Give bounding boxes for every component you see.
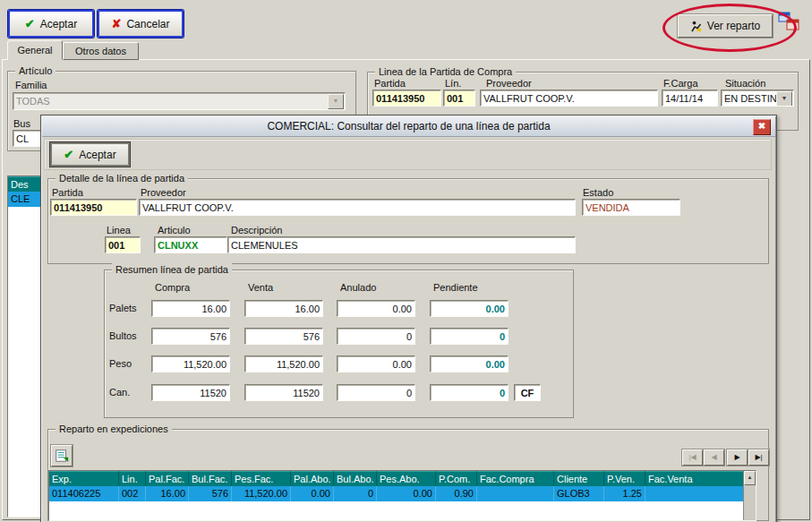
- cancelar-button[interactable]: ✘ Cancelar: [98, 10, 184, 38]
- articulo-legend: Artículo: [15, 64, 56, 77]
- grid-cell: 002: [119, 486, 146, 501]
- tab-general-label: General: [17, 45, 52, 56]
- value: 0: [500, 331, 505, 342]
- grid-cell: 11,520.00: [232, 486, 291, 501]
- resumen-field[interactable]: 0.00: [430, 355, 509, 372]
- detalle-partida-field[interactable]: 011413950: [50, 199, 137, 216]
- grid-header-cell: Fac.Venta: [645, 471, 744, 486]
- resumen-field[interactable]: 11,520.00: [244, 355, 323, 372]
- resumen-field[interactable]: 11520: [151, 384, 230, 401]
- proveedor-field[interactable]: VALLFRUT COOP.V.: [480, 90, 658, 107]
- scroll-up-icon[interactable]: ▲: [744, 471, 756, 485]
- col-header-anulado: Anulado: [340, 282, 376, 293]
- grid-header-cell: Pal.Abo.: [291, 471, 334, 486]
- partida-field[interactable]: 011413950: [372, 90, 441, 107]
- dialog-titlebar[interactable]: COMERCIAL: Consultar del reparto de una …: [42, 116, 775, 137]
- lin-label: Lín.: [445, 78, 461, 89]
- detalle-linea-label: Linea: [107, 225, 131, 235]
- grid-header-cell: Cliente: [554, 471, 604, 486]
- dialog-aceptar-button[interactable]: ✔ Aceptar: [50, 142, 130, 167]
- detalle-partida-label: Partida: [52, 187, 83, 198]
- grid-header-cell: Lin.: [119, 471, 146, 486]
- value: 0.00: [393, 359, 412, 370]
- detalle-articulo-value: CLNUXX: [158, 240, 198, 251]
- partida-value: 011413950: [376, 93, 424, 104]
- cancelar-label: Cancelar: [126, 18, 169, 30]
- first-record-icon[interactable]: |◀: [682, 449, 703, 466]
- grid-header-cell: P.Ven.: [604, 471, 645, 486]
- prev-record-icon[interactable]: ◀: [704, 449, 724, 466]
- value: 11520: [200, 388, 227, 398]
- fcarga-value: 14/11/14: [665, 93, 703, 104]
- close-icon[interactable]: ✖: [753, 119, 771, 135]
- resumen-field[interactable]: 576: [244, 328, 323, 345]
- situacion-combobox[interactable]: EN DESTINO ▼: [721, 90, 794, 107]
- dialog-aceptar-label: Aceptar: [79, 149, 115, 161]
- fcarga-label: F.Carga: [663, 78, 698, 89]
- grid-scrollbar[interactable]: ▲: [743, 471, 756, 520]
- detalle-legend: Detalle de la línea de partida: [56, 172, 188, 184]
- tab-otros-datos-label: Otros datos: [75, 46, 126, 56]
- proveedor-value: VALLFRUT COOP.V.: [483, 93, 575, 104]
- export-grid-button[interactable]: [51, 445, 73, 466]
- buscar-value: CL: [16, 133, 29, 144]
- value: 0.00: [486, 304, 505, 314]
- detalle-estado-field[interactable]: VENDIDA: [582, 199, 680, 216]
- resumen-field[interactable]: 16.00: [244, 300, 323, 317]
- familia-value: TODAS: [16, 96, 50, 107]
- grid-cell: 0.00: [377, 486, 436, 501]
- resumen-field[interactable]: 16.00: [151, 300, 230, 317]
- grid-header-cell: Pes.Fac.: [232, 471, 291, 486]
- detalle-estado-value: VENDIDA: [585, 202, 629, 213]
- resumen-field[interactable]: 0: [337, 328, 415, 345]
- check-icon: ✔: [64, 149, 73, 160]
- row-label-palets: Palets: [109, 303, 137, 313]
- resumen-field[interactable]: 0: [430, 384, 509, 401]
- detalle-linea-field[interactable]: 001: [105, 236, 141, 253]
- grid-selected-row[interactable]: 011406225 002 16.00 576 11,520.00 0.00 0…: [49, 486, 744, 501]
- resumen-field[interactable]: 0: [337, 384, 415, 401]
- detalle-descripcion-label: Descripción: [231, 225, 282, 235]
- resumen-field[interactable]: 0.00: [430, 300, 509, 317]
- dialog-toolbar: [44, 139, 772, 170]
- value: 11,520.00: [184, 359, 227, 370]
- grid-cell: 0.90: [436, 486, 477, 501]
- row-label-peso: Peso: [109, 358, 132, 369]
- windows-panels-icon[interactable]: [778, 12, 805, 37]
- aceptar-button[interactable]: ✔ Aceptar: [8, 10, 94, 38]
- grid-cell: 011406225: [49, 486, 119, 501]
- check-icon: ✔: [25, 18, 35, 30]
- detalle-proveedor-field[interactable]: VALLFRUT COOP.V.: [139, 199, 576, 216]
- ver-reparto-button[interactable]: Ver reparto: [678, 14, 773, 38]
- grid-header-cell: Fac.Compra: [477, 471, 554, 486]
- tab-otros-datos[interactable]: Otros datos: [63, 42, 139, 60]
- resumen-field[interactable]: 0.00: [337, 355, 415, 372]
- value: 0.00: [393, 304, 412, 314]
- resumen-field[interactable]: 0.00: [337, 300, 415, 317]
- lin-field[interactable]: 001: [443, 90, 475, 107]
- detalle-descripcion-field[interactable]: CLEMENULES: [227, 236, 576, 253]
- row-label-can: Can.: [109, 387, 130, 398]
- resumen-field[interactable]: 0: [430, 328, 509, 345]
- cf-field[interactable]: CF: [514, 384, 541, 401]
- chevron-down-icon[interactable]: ▼: [776, 91, 792, 107]
- detalle-articulo-field[interactable]: CLNUXX: [154, 236, 227, 253]
- familia-combobox[interactable]: TODAS ▼: [13, 92, 346, 110]
- chevron-down-icon[interactable]: ▼: [328, 94, 344, 109]
- value: 0: [406, 331, 412, 342]
- resumen-field[interactable]: 576: [151, 328, 230, 345]
- resumen-field[interactable]: 11,520.00: [151, 355, 230, 372]
- expeditions-grid[interactable]: Exp. Lin. Pal.Fac. Bul.Fac. Pes.Fac. Pal…: [48, 470, 756, 521]
- detalle-descripcion-value: CLEMENULES: [231, 240, 298, 251]
- detalle-estado-label: Estado: [583, 187, 613, 198]
- value: 0.00: [486, 359, 505, 370]
- tab-general[interactable]: General: [7, 40, 63, 60]
- resumen-legend: Resumen línea de partida: [112, 263, 232, 276]
- grid-cell: 0: [334, 486, 377, 501]
- last-record-icon[interactable]: ▶|: [748, 449, 769, 466]
- grid-header-cell: Pes.Abo.: [377, 471, 436, 486]
- dialog-window: COMERCIAL: Consultar del reparto de una …: [40, 115, 777, 522]
- next-record-icon[interactable]: ▶: [727, 449, 748, 466]
- resumen-field[interactable]: 11520: [244, 384, 323, 401]
- fcarga-field[interactable]: 14/11/14: [662, 90, 718, 107]
